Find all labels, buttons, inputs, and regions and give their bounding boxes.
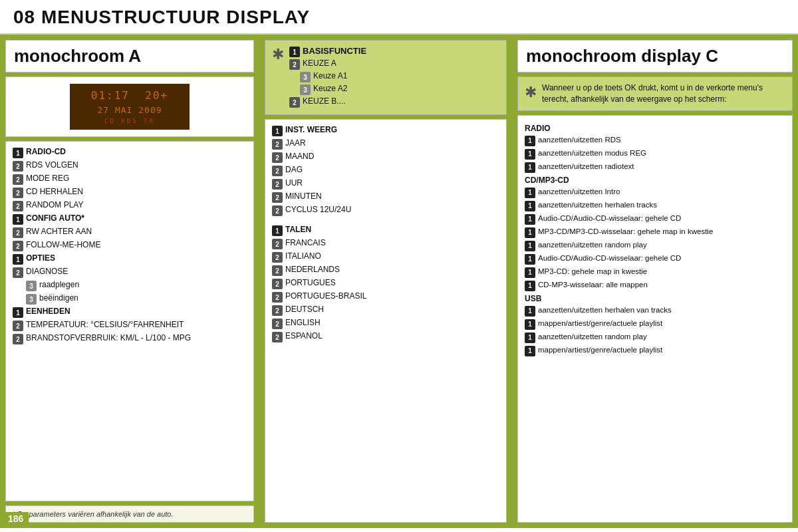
badge-1: 1	[272, 126, 283, 136]
page-header: 08 MENUSTRUCTUUR DISPLAY	[0, 0, 798, 35]
badge-1: 1	[525, 332, 535, 343]
list-item: 1 Audio-CD/Audio-CD-wisselaar: gehele CD	[525, 253, 785, 265]
list-item: 2 RANDOM PLAY	[13, 200, 247, 211]
badge-1: 1	[13, 254, 23, 265]
list-item: 1 aanzetten/uitzetten RDS	[525, 135, 785, 146]
list-item: 1 mappen/artiest/genre/actuele playlist	[525, 319, 785, 330]
list-item: 2 DIAGNOSE	[13, 267, 247, 278]
list-item: 1 aanzetten/uitzetten random play	[525, 332, 785, 343]
list-item: 1 aanzetten/uitzetten radiotext	[525, 162, 785, 173]
mono-c-title: monochroom display C	[526, 46, 718, 66]
footnote: * De parameters variëren afhankelijk van…	[5, 505, 254, 523]
badge-2: 2	[13, 227, 23, 238]
badge-2: 2	[272, 139, 283, 150]
list-item: 2 RW ACHTER AAN	[13, 227, 247, 238]
lcd-indicators: CD RDS TA	[80, 117, 179, 126]
badge-3: 3	[300, 84, 311, 95]
badge-1: 1	[272, 225, 283, 236]
list-item: 1 MP3-CD: gehele map in kwestie	[525, 267, 785, 278]
list-item: 1 aanzetten/uitzetten herhalen tracks	[525, 200, 785, 211]
badge-2: 2	[272, 319, 283, 329]
list-item: 2 TEMPERATUUR: °CELSIUS/°FAHRENHEIT	[13, 320, 247, 331]
badge-2: 2	[272, 252, 283, 263]
list-item: 1 aanzetten/uitzetten random play	[525, 240, 785, 251]
lcd-time: 01:17 20+	[80, 88, 179, 104]
sun-icon-right: ✱	[525, 84, 537, 101]
badge-2: 2	[289, 97, 300, 108]
badge-1: 1	[525, 346, 535, 356]
badge-1: 1	[525, 254, 535, 265]
list-item: 2 CD HERHALEN	[13, 187, 247, 198]
badge-2: 2	[272, 305, 283, 316]
badge-2: 2	[272, 265, 283, 276]
mono-c-description: Wanneer u op de toets OK drukt, komt u i…	[542, 82, 785, 105]
badge-2: 2	[272, 205, 283, 216]
list-item: 3 beëindigen	[13, 293, 247, 305]
section-cdmp3-title: CD/MP3-CD	[525, 176, 785, 185]
section-radio-title: RADIO	[525, 124, 785, 133]
list-item: 1 aanzetten/uitzetten modus REG	[525, 148, 785, 160]
badge-1: 1	[13, 214, 23, 225]
badge-2: 2	[13, 201, 23, 211]
mono-c-desc-box: ✱ Wanneer u op de toets OK drukt, komt u…	[517, 76, 793, 111]
badge-1: 1	[525, 281, 535, 291]
badge-3: 3	[26, 294, 37, 305]
left-column: monochroom A 01:17 20+ 27 MAI 2009 CD RD…	[0, 35, 259, 528]
badge-1: 1	[525, 241, 535, 251]
badge-1: 1	[289, 47, 300, 57]
badge-2: 2	[272, 179, 283, 190]
badge-1: 1	[525, 214, 535, 225]
list-item: 1 aanzetten/uitzetten herhalen van track…	[525, 305, 785, 317]
lcd-display: 01:17 20+ 27 MAI 2009 CD RDS TA	[70, 84, 190, 130]
badge-2: 2	[289, 59, 300, 70]
badge-2: 2	[272, 332, 283, 342]
lcd-date: 27 MAI 2009	[80, 104, 179, 117]
list-item: 1 RADIO-CD	[13, 147, 247, 158]
badge-2: 2	[13, 321, 23, 331]
badge-1: 1	[525, 227, 535, 238]
badge-1: 1	[525, 267, 535, 278]
sun-icon: ✱	[272, 46, 284, 63]
middle-column: ✱ 1 BASISFUNCTIE 2 KEUZE A 3 Keuze A1	[259, 35, 512, 528]
list-item: 3 raadplegen	[13, 280, 247, 291]
badge-1: 1	[525, 201, 535, 211]
badge-1: 1	[525, 136, 535, 146]
badge-2: 2	[272, 152, 283, 163]
badge-1: 1	[525, 306, 535, 317]
basisfunctie-box: ✱ 1 BASISFUNCTIE 2 KEUZE A 3 Keuze A1	[265, 40, 507, 115]
badge-2: 2	[13, 241, 23, 251]
list-item: 1 aanzetten/uitzetten Intro	[525, 187, 785, 198]
list-item: 1 CD-MP3-wisselaar: alle mappen	[525, 280, 785, 291]
badge-1: 1	[13, 307, 23, 318]
list-item: 2 RDS VOLGEN	[13, 160, 247, 172]
badge-1: 1	[525, 162, 535, 173]
page-number: 186	[3, 512, 29, 525]
badge-2: 2	[13, 267, 23, 278]
right-menu-box: RADIO 1 aanzetten/uitzetten RDS 1 aanzet…	[517, 115, 793, 523]
mono-a-title: monochroom A	[5, 40, 254, 72]
list-item: 1 MP3-CD/MP3-CD-wisselaar: gehele map in…	[525, 227, 785, 238]
list-item: 2 BRANDSTOFVERBRUIK: KM/L - L/100 - MPG	[13, 333, 247, 344]
badge-2: 2	[13, 161, 23, 172]
badge-2: 2	[13, 174, 23, 185]
list-item: 1 EENHEDEN	[13, 307, 247, 318]
badge-3: 3	[26, 281, 37, 291]
badge-2: 2	[13, 188, 23, 198]
left-menu-list: 1 RADIO-CD 2 RDS VOLGEN 2 MODE REG 2 CD …	[5, 141, 254, 501]
basisfunctie-items: 1 BASISFUNCTIE 2 KEUZE A 3 Keuze A1 3 Ke…	[289, 46, 499, 109]
list-item: 1 OPTIES	[13, 253, 247, 265]
badge-1: 1	[13, 148, 23, 158]
badge-1: 1	[525, 319, 535, 330]
list-item: 1 CONFIG AUTO*	[13, 213, 247, 225]
list-item: 2 FOLLOW-ME-HOME	[13, 240, 247, 251]
badge-3: 3	[300, 72, 311, 82]
badge-1: 1	[525, 188, 535, 198]
page-title: 08 MENUSTRUCTUUR DISPLAY	[13, 7, 785, 28]
list-item: 2 MODE REG	[13, 174, 247, 185]
badge-2: 2	[13, 334, 23, 344]
badge-2: 2	[272, 192, 283, 203]
lcd-display-container: 01:17 20+ 27 MAI 2009 CD RDS TA	[5, 76, 254, 137]
middle-menu-box: 1 INST. WEERG 2 JAAR 2 MAAND 2 DAG 2 UUR…	[265, 119, 507, 523]
badge-2: 2	[272, 239, 283, 249]
list-item: 1 mappen/artiest/genre/actuele playlist	[525, 345, 785, 356]
